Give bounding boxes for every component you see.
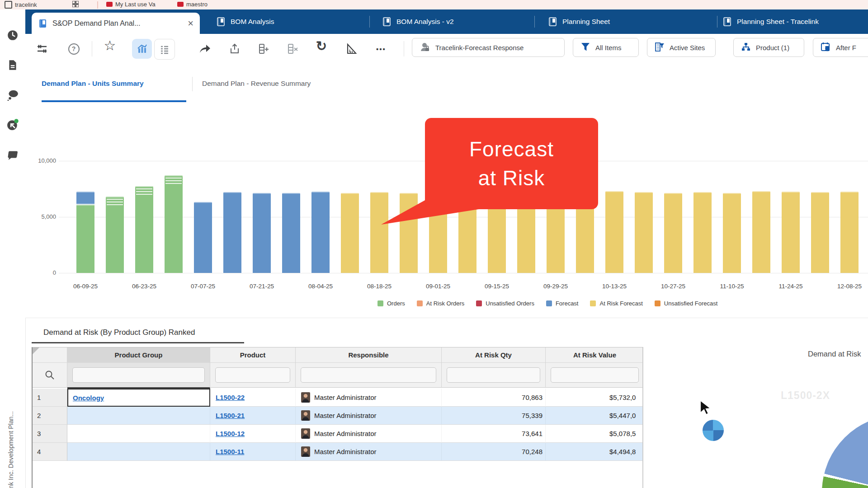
product-cell[interactable]: L1500-21 bbox=[210, 407, 296, 425]
chart-bar-11-03-25[interactable] bbox=[693, 192, 712, 273]
table-filter-row bbox=[33, 363, 642, 389]
chart-bar-11-17-25[interactable] bbox=[752, 191, 770, 273]
row-number-cell[interactable]: 3 bbox=[33, 425, 67, 443]
product-group-cell[interactable] bbox=[67, 407, 210, 425]
chart-bar-10-27-25[interactable] bbox=[664, 193, 682, 273]
chart-bar-06-09-25[interactable] bbox=[76, 192, 94, 273]
tab-planning-sheet-tracelink[interactable]: Planning Sheet - Tracelink bbox=[722, 9, 819, 34]
browser-bookmark[interactable]: tracelink bbox=[5, 1, 37, 9]
chart-gridline bbox=[59, 273, 868, 273]
filter-button-after-f[interactable]: After F bbox=[813, 38, 868, 57]
x-axis-tick-label: 06-23-25 bbox=[123, 283, 166, 290]
search-cell[interactable] bbox=[33, 363, 67, 388]
filter-input[interactable] bbox=[72, 367, 205, 383]
tab-sop-demand-plan[interactable]: S&OP Demand Plan Anal... × bbox=[32, 13, 200, 34]
chart-bar-07-07-25[interactable] bbox=[194, 202, 212, 273]
filter-input[interactable] bbox=[301, 367, 436, 383]
column-header-product[interactable]: Product bbox=[210, 347, 296, 363]
row-number-cell[interactable]: 4 bbox=[33, 443, 67, 461]
toolbar: ? ☆ ↻ bbox=[25, 34, 868, 63]
chart-bar-06-16-25[interactable] bbox=[106, 197, 124, 273]
measure-icon[interactable] bbox=[344, 42, 358, 56]
chart-bar-11-10-25[interactable] bbox=[723, 193, 741, 273]
tab-bom-analysis[interactable]: BOM Analysis bbox=[216, 9, 274, 34]
chart-bar-06-30-25[interactable] bbox=[165, 175, 183, 273]
responsible-cell[interactable]: Master Administrator bbox=[296, 425, 442, 443]
thought-bubble-icon[interactable] bbox=[7, 89, 19, 101]
share-status-icon[interactable] bbox=[7, 119, 19, 131]
chat-icon[interactable] bbox=[7, 149, 19, 160]
favorite-star-icon[interactable]: ☆ bbox=[103, 38, 117, 52]
bookmark-grid-icon[interactable] bbox=[72, 1, 79, 7]
callout-text-line2: at Risk bbox=[478, 164, 545, 192]
responsible-cell[interactable]: Master Administrator bbox=[296, 389, 442, 407]
search-icon[interactable] bbox=[44, 370, 55, 380]
product-group-cell[interactable] bbox=[67, 425, 210, 443]
chart-bar-07-14-25[interactable] bbox=[223, 192, 241, 273]
subtab-units-summary[interactable]: Demand Plan - Units Summary bbox=[42, 80, 144, 88]
chart-bar-07-28-25[interactable] bbox=[282, 193, 300, 273]
filter-button-product-1-[interactable]: Product (1) bbox=[733, 38, 804, 57]
row-number-cell[interactable]: 2 bbox=[33, 407, 67, 425]
refresh-icon[interactable]: ↻ bbox=[315, 39, 328, 53]
product-group-cell[interactable]: Oncology bbox=[67, 389, 210, 407]
bar-segment-at-risk-forecast bbox=[693, 192, 712, 273]
grid-view-toggle[interactable] bbox=[154, 39, 175, 60]
filter-input[interactable] bbox=[551, 367, 639, 383]
tab-close-icon[interactable]: × bbox=[188, 19, 193, 28]
legend-swatch bbox=[546, 300, 552, 306]
active-tab-label: S&OP Demand Plan Anal... bbox=[52, 19, 184, 28]
tab-bom-analysis-v2[interactable]: BOM Analysis - v2 bbox=[382, 9, 454, 34]
view-settings-icon[interactable] bbox=[35, 42, 49, 56]
column-header-at-risk-qty[interactable]: At Risk Qty bbox=[442, 347, 546, 363]
subtab-revenue-summary[interactable]: Demand Plan - Revenue Summary bbox=[202, 80, 311, 88]
product-link[interactable]: L1500-22 bbox=[216, 394, 245, 401]
share-icon[interactable] bbox=[198, 42, 212, 56]
callout-text-line1: Forecast bbox=[469, 135, 554, 163]
column-header-product-group[interactable]: Product Group bbox=[67, 347, 210, 363]
chart-bar-12-08-25[interactable] bbox=[840, 192, 859, 273]
more-options-icon[interactable]: ••• bbox=[374, 42, 388, 56]
chart-bar-08-11-25[interactable] bbox=[341, 193, 359, 273]
product-cell[interactable]: L1500-12 bbox=[210, 425, 296, 443]
chart-bar-10-13-25[interactable] bbox=[605, 191, 623, 273]
bar-segment-at-risk-forecast bbox=[840, 192, 859, 273]
filter-button-active-sites[interactable]: Active Sites bbox=[647, 38, 716, 57]
export-icon[interactable] bbox=[228, 42, 241, 56]
product-group-cell[interactable] bbox=[67, 443, 210, 461]
chart-bar-10-20-25[interactable] bbox=[635, 192, 653, 273]
row-number-cell[interactable]: 1 bbox=[33, 389, 67, 407]
filter-button-tracelink-forecast-response[interactable]: Tracelink-Forecast Response bbox=[412, 38, 565, 57]
tab-planning-sheet[interactable]: Planning Sheet bbox=[548, 9, 610, 34]
column-header-responsible[interactable]: Responsible bbox=[296, 347, 442, 363]
table-corner-cell[interactable] bbox=[33, 347, 67, 363]
filter-input[interactable] bbox=[447, 367, 540, 383]
chart-bar-06-23-25[interactable] bbox=[135, 186, 153, 273]
chart-bar-11-24-25[interactable] bbox=[782, 192, 800, 273]
demand-at-risk-pie[interactable] bbox=[822, 415, 868, 488]
chart-bar-08-04-25[interactable] bbox=[311, 192, 330, 273]
product-group-link[interactable]: Oncology bbox=[73, 394, 104, 402]
product-link[interactable]: L1500-12 bbox=[216, 430, 245, 437]
product-cell[interactable]: L1500-11 bbox=[210, 443, 296, 461]
filter-button-all-items[interactable]: All Items bbox=[573, 38, 639, 57]
responsible-cell[interactable]: Master Administrator bbox=[296, 407, 442, 425]
chart-bar-07-21-25[interactable] bbox=[253, 193, 271, 273]
document-icon[interactable] bbox=[7, 59, 19, 71]
responsible-cell[interactable]: Master Administrator bbox=[296, 443, 442, 461]
product-link[interactable]: L1500-21 bbox=[216, 412, 245, 419]
product-cell[interactable]: L1500-22 bbox=[210, 389, 296, 407]
recent-clock-icon[interactable] bbox=[7, 29, 19, 41]
add-column-icon[interactable] bbox=[257, 42, 270, 56]
chart-view-toggle[interactable] bbox=[132, 39, 152, 59]
table-section-title[interactable]: Demand at Risk (By Product Group) Ranked bbox=[43, 328, 195, 337]
subtab-divider bbox=[192, 77, 193, 91]
filter-input[interactable] bbox=[215, 367, 290, 383]
browser-bookmark[interactable]: My Last use Va bbox=[106, 1, 156, 8]
product-link[interactable]: L1500-11 bbox=[216, 448, 244, 455]
chart-bar-12-01-25[interactable] bbox=[811, 192, 829, 273]
help-icon[interactable]: ? bbox=[67, 42, 80, 56]
remove-column-icon[interactable] bbox=[286, 42, 299, 56]
browser-bookmark[interactable]: maestro bbox=[177, 1, 208, 8]
column-header-at-risk-value[interactable]: At Risk Value bbox=[546, 347, 643, 363]
